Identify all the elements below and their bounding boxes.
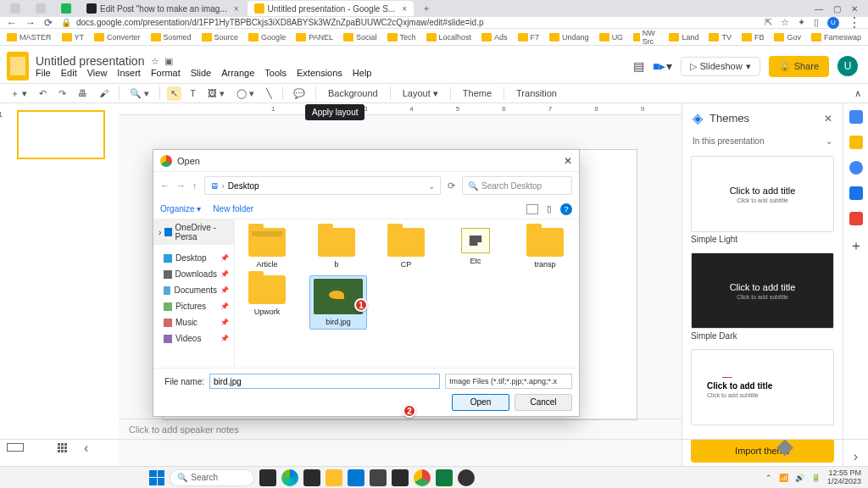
wifi-icon[interactable]: 📶 (779, 474, 788, 482)
window-maximize[interactable]: ▢ (833, 4, 841, 14)
tab-editpost[interactable]: Edit Post "how to make an imag...× (80, 1, 246, 16)
close-panel-button[interactable]: ✕ (824, 113, 832, 125)
collapse-filmstrip-button[interactable]: ‹ (84, 441, 88, 456)
view-mode-button[interactable] (526, 204, 538, 214)
bookmark-item[interactable]: FB (742, 33, 765, 42)
theme-streamline[interactable]: Click to add titleClick to add subtitle (691, 349, 834, 425)
sidebar-videos[interactable]: Videos📌 (153, 330, 234, 347)
forward-button[interactable]: → (176, 180, 186, 191)
zoom-button[interactable]: 🔍 ▾ (126, 86, 153, 101)
slides-logo-icon[interactable] (7, 52, 29, 80)
menu-arrange[interactable]: Arrange (221, 68, 254, 78)
file-bird-jpg[interactable]: bird.jpg 1 (309, 275, 367, 330)
folder-cp[interactable]: CP (379, 228, 433, 269)
breadcrumb[interactable]: 🖥 › Desktop ⌄ (204, 176, 442, 195)
taskbar-app[interactable] (370, 469, 387, 486)
calendar-icon[interactable] (849, 110, 863, 124)
tab-anthropic[interactable] (3, 1, 27, 16)
tasks-icon[interactable] (849, 161, 863, 175)
sidebar-pictures[interactable]: Pictures📌 (153, 298, 234, 314)
line-button[interactable]: ╲ (263, 86, 275, 101)
textbox-button[interactable]: T (186, 86, 199, 100)
close-icon[interactable]: × (402, 4, 407, 14)
star-icon[interactable]: ☆ (151, 56, 159, 67)
bookmark-item[interactable]: Google (248, 33, 286, 42)
reload-button[interactable]: ⟳ (44, 17, 53, 29)
bookmark-item[interactable]: NW Src (633, 29, 659, 46)
bookmark-item[interactable]: Gov (774, 33, 801, 42)
window-minimize[interactable]: — (815, 4, 823, 14)
bookmark-item[interactable]: F7 (518, 33, 540, 42)
menu-edit[interactable]: Edit (61, 68, 77, 78)
maps-icon[interactable] (849, 212, 863, 225)
menu-insert[interactable]: Insert (117, 68, 141, 78)
background-button[interactable]: Background (323, 86, 383, 100)
share-button[interactable]: 🔒Share (769, 56, 829, 77)
refresh-button[interactable]: ⟳ (448, 180, 455, 191)
menu-tools[interactable]: Tools (264, 68, 287, 78)
chevron-down-icon[interactable]: ⌄ (826, 136, 832, 146)
explore-button[interactable] (776, 440, 793, 457)
tab-generic[interactable] (29, 1, 53, 16)
search-input[interactable]: 🔍 Search Desktop (462, 176, 572, 195)
transition-button[interactable]: Transition (511, 86, 562, 100)
taskbar-app[interactable] (303, 469, 320, 486)
taskbar-app[interactable] (392, 469, 409, 486)
speaker-notes[interactable]: Click to add speaker notes (119, 419, 682, 441)
menu-file[interactable]: File (36, 68, 51, 78)
extensions-icon[interactable]: ✦ (798, 17, 805, 28)
select-tool-button[interactable]: ↖ (167, 86, 181, 101)
theme-simple-dark[interactable]: Click to add titleClick to add subtitle … (691, 252, 834, 341)
filmstrip-view-button[interactable] (7, 443, 24, 452)
keep-icon[interactable] (849, 136, 863, 149)
bookmark-item[interactable]: YT (62, 33, 85, 42)
shape-button[interactable]: ◯ ▾ (233, 86, 258, 101)
print-button[interactable]: 🖶 (75, 86, 91, 100)
system-clock[interactable]: 12:55 PM 1/24/2023 (827, 469, 861, 486)
forward-button[interactable]: → (25, 17, 36, 29)
profile-avatar[interactable]: U (827, 17, 839, 29)
folder-article[interactable]: Article (240, 228, 294, 269)
cancel-button[interactable]: Cancel (515, 394, 572, 411)
redo-button[interactable]: ↷ (55, 86, 70, 101)
bookmark-item[interactable]: Social (343, 33, 377, 42)
new-tab-button[interactable]: ＋ (415, 1, 437, 16)
taskbar-app[interactable] (259, 469, 276, 486)
menu-format[interactable]: Format (151, 68, 181, 78)
bookmark-item[interactable]: Sosmed (151, 33, 192, 42)
bookmark-item[interactable]: Ads (481, 33, 508, 42)
sidebar-onedrive[interactable]: ›OneDrive - Persa (153, 219, 234, 245)
taskbar-chrome[interactable] (414, 469, 431, 486)
bookmark-item[interactable]: Land (669, 33, 698, 42)
meet-icon[interactable]: ■▸▾ (653, 59, 671, 73)
bookmark-item[interactable]: Source (202, 33, 239, 42)
sidebar-documents[interactable]: Documents📌 (153, 282, 234, 298)
undo-button[interactable]: ↶ (36, 86, 50, 101)
taskbar-edge[interactable] (281, 469, 298, 486)
address-bar[interactable]: 🔒 docs.google.com/presentation/d/1FP1HyT… (61, 18, 756, 27)
menu-view[interactable]: View (87, 68, 108, 78)
theme-simple-light[interactable]: Click to add titleClick to add subtitle … (691, 156, 834, 244)
document-title[interactable]: Untitled presentation (36, 54, 144, 68)
chevron-down-icon[interactable]: ⌄ (428, 181, 435, 191)
theme-button[interactable]: Theme (458, 86, 497, 100)
new-slide-button[interactable]: ＋ ▾ (7, 86, 31, 102)
up-button[interactable]: ↑ (192, 180, 198, 191)
taskbar-search[interactable]: 🔍Search (170, 469, 254, 486)
grid-view-button[interactable] (58, 443, 67, 452)
menu-extensions[interactable]: Extensions (297, 68, 342, 78)
bookmark-item[interactable]: Fameswap (811, 33, 861, 42)
collapse-toolbar-button[interactable]: ∧ (854, 88, 861, 99)
paint-format-button[interactable]: 🖌 (96, 86, 112, 100)
close-icon[interactable]: × (234, 4, 239, 14)
account-avatar[interactable]: U (837, 56, 858, 76)
back-button[interactable]: ← (7, 17, 17, 29)
tab-whatsapp[interactable] (54, 1, 78, 16)
star-icon[interactable]: ☆ (781, 17, 789, 28)
menu-icon[interactable]: ⋮ (848, 14, 861, 30)
taskbar-app[interactable] (458, 469, 475, 486)
back-button[interactable]: ← (160, 180, 170, 191)
menu-help[interactable]: Help (353, 68, 372, 78)
bookmark-item[interactable]: Converter (94, 33, 141, 42)
contacts-icon[interactable] (849, 186, 863, 200)
